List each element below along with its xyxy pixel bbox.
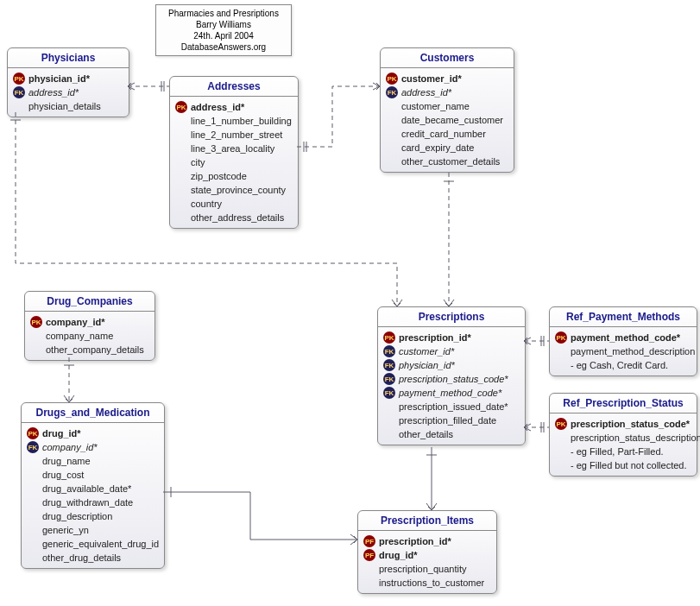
attribute-row: city [175,155,293,169]
attribute-row: - eg Cash, Credit Card. [555,358,691,372]
attribute-row: card_expiry_date [386,141,508,155]
attribute-row: physician_details [13,99,123,113]
attribute-name: company_id* [46,317,104,327]
spacer [555,359,567,371]
attribute-name: other_company_details [46,344,144,355]
spacer [27,469,39,481]
spacer [555,445,567,458]
entity-title: Ref_Prescription_Status [550,394,697,413]
attribute-row: state_province_county [175,183,293,197]
entity-title: Physicians [8,48,129,68]
attribute-row: prescription_filled_date [383,413,520,427]
attribute-row: PFprescription_id* [363,534,491,548]
attribute-name: line_1_number_building [191,116,292,126]
pk-icon: PK [175,101,187,113]
spacer [386,142,398,154]
attribute-name: customer_id* [399,346,454,357]
entity-title: Drugs_and_Medication [22,403,164,423]
attribute-name: card_expiry_date [401,142,474,153]
pk-icon: PK [555,418,567,430]
attribute-row: PKprescription_status_code* [555,417,691,431]
fk-icon: FK [383,345,395,357]
attribute-name: prescription_status_code* [399,374,508,384]
fk-icon: FK [383,387,395,399]
attribute-row: line_3_area_locality [175,142,293,155]
attribute-row: instructions_to_customer [363,576,491,590]
pf-icon: PF [363,549,375,561]
attribute-row: FKaddress_id* [13,85,123,99]
attribute-row: - eg Filled but not collected. [555,458,691,472]
spacer [175,156,187,168]
attribute-name: prescription_issued_date* [399,401,508,412]
attribute-name: prescription_id* [379,536,451,546]
spacer [386,128,398,140]
attribute-name: date_became_customer [401,115,503,125]
spacer [363,563,375,575]
spacer [175,129,187,141]
entity-prescriptions: Prescriptions PKprescription_id*FKcustom… [377,306,526,445]
spacer [30,330,42,342]
attribute-name: customer_name [401,101,470,111]
pf-icon: PF [363,535,375,547]
attribute-row: customer_name [386,99,508,113]
spacer [27,496,39,508]
spacer [386,155,398,167]
entity-body: PFprescription_id*PFdrug_id*prescription… [358,531,496,593]
spacer [175,184,187,196]
attribute-name: drug_description [42,511,112,521]
attribute-name: zip_postcode [191,171,247,181]
attribute-row: PKcompany_id* [30,315,149,329]
attribute-name: credit_card_number [401,129,486,139]
attribute-row: FKaddress_id* [386,85,508,99]
attribute-row: date_became_customer [386,113,508,127]
attribute-row: FKpayment_method_code* [383,386,520,400]
attribute-row: other_company_details [30,343,149,357]
attribute-name: drug_id* [379,550,418,560]
attribute-name: payment_method_code* [571,332,680,343]
attribute-name: generic_yn [42,525,89,535]
attribute-row: zip_postcode [175,169,293,183]
attribute-name: company_id* [42,442,98,452]
spacer [27,483,39,495]
entity-drug-companies: Drug_Companies PKcompany_id*company_name… [24,291,155,361]
attribute-row: other_customer_details [386,155,508,168]
attribute-row: prescription_status_description [555,431,691,445]
note-line: DatabaseAnswers.org [163,41,284,53]
note-line: Pharmacies and Presriptions [163,8,284,19]
entity-body: PKaddress_id*line_1_number_buildingline_… [170,97,298,228]
spacer [555,459,567,471]
attribute-name: physician_details [28,101,101,111]
attribute-row: PKphysician_id* [13,72,123,85]
attribute-name: payment_method_description [571,346,695,357]
entity-title: Prescription_Items [358,511,496,531]
entity-body: PKphysician_id*FKaddress_id*physician_de… [8,68,129,117]
note-line: Barry Williams [163,19,284,30]
attribute-name: line_3_area_locality [191,143,274,154]
attribute-name: other_drug_details [42,552,121,563]
attribute-row: FKcustomer_id* [383,344,520,358]
spacer [383,401,395,413]
attribute-row: PKdrug_id* [27,426,159,440]
attribute-row: country [175,197,293,211]
spacer [383,414,395,426]
attribute-row: line_2_number_street [175,128,293,142]
pk-icon: PK [30,316,42,328]
spacer [555,432,567,444]
attribute-row: FKprescription_status_code* [383,372,520,386]
attribute-row: - eg Filled, Part-Filled. [555,445,691,458]
attribute-name: other_address_details [191,212,284,223]
attribute-row: PKcustomer_id* [386,72,508,85]
attribute-row: credit_card_number [386,127,508,141]
entity-prescription-items: Prescription_Items PFprescription_id*PFd… [357,510,497,594]
spacer [27,552,39,564]
attribute-name: - eg Cash, Credit Card. [571,360,668,370]
spacer [386,100,398,112]
attribute-name: physician_id* [399,360,455,370]
entity-body: PKcompany_id*company_nameother_company_d… [25,312,155,360]
entity-ref-prescription-status: Ref_Prescription_Status PKprescription_s… [549,393,697,477]
spacer [386,114,398,126]
spacer [175,142,187,155]
entity-title: Prescriptions [378,307,525,327]
attribute-row: drug_description [27,509,159,523]
entity-drugs-and-medication: Drugs_and_Medication PKdrug_id*FKcompany… [21,402,165,569]
